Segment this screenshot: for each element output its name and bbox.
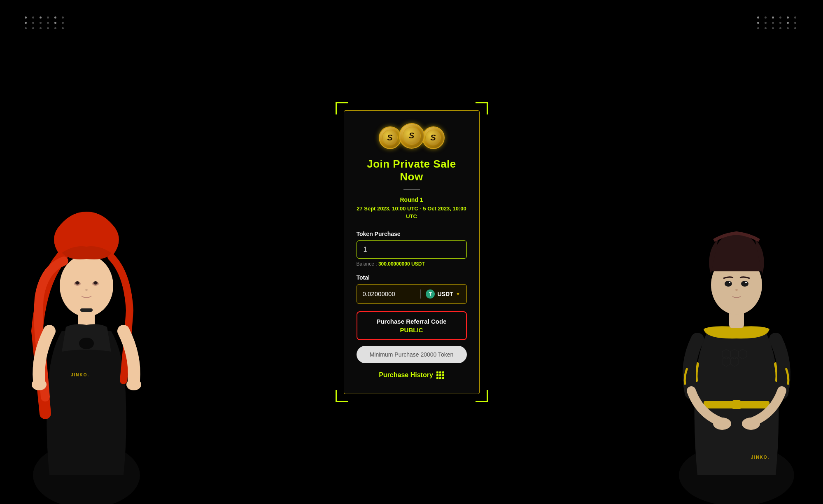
svg-point-22: [741, 281, 748, 287]
svg-point-21: [725, 281, 732, 287]
coins-display: S S S: [379, 123, 445, 152]
total-vertical-divider: [420, 289, 421, 299]
svg-rect-27: [732, 400, 741, 409]
bracket-top-right: [476, 102, 488, 114]
coin-right-letter: S: [430, 133, 436, 142]
dots-right: [757, 16, 798, 29]
svg-point-6: [93, 281, 98, 285]
referral-code-button[interactable]: Purchase Referral Code PUBLIC: [357, 311, 467, 340]
total-value: 0.02000000: [363, 290, 416, 297]
grid-icon: [436, 371, 444, 379]
bracket-bottom-left: [336, 390, 348, 402]
character-right: JINKO.: [650, 133, 823, 504]
main-card: S S S Join Private Sale Now: [336, 102, 488, 402]
currency-selector[interactable]: T USDT ▼: [426, 289, 460, 299]
balance-display: Balance : 300.00000000 USDT: [357, 261, 467, 267]
currency-dropdown-arrow: ▼: [456, 291, 461, 297]
svg-point-23: [729, 282, 730, 283]
svg-point-9: [79, 338, 94, 349]
svg-point-29: [713, 418, 731, 430]
purchase-history-label: Purchase History: [379, 371, 433, 379]
token-purchase-input[interactable]: [357, 240, 467, 259]
coin-center-letter: S: [409, 131, 414, 140]
card-content: S S S Join Private Sale Now: [344, 110, 480, 394]
svg-point-24: [745, 282, 747, 283]
coin-center: S: [399, 123, 424, 149]
round-dates: 27 Sept 2023, 10:00 UTC - 5 Oct 2023, 10…: [357, 205, 467, 221]
svg-point-11: [32, 379, 47, 390]
min-purchase-button: Minimum Purchase 20000 Token: [357, 346, 467, 363]
bracket-bottom-right: [476, 390, 488, 402]
svg-point-5: [75, 281, 79, 285]
referral-title: Purchase Referral Code: [361, 318, 462, 325]
total-box: 0.02000000 T USDT ▼: [357, 284, 467, 304]
usdt-icon: T: [426, 289, 435, 299]
balance-prefix: Balance :: [357, 261, 378, 267]
svg-text:JINKO.: JINKO.: [71, 373, 89, 377]
total-label: Total: [357, 274, 467, 281]
page-title: Join Private Sale Now: [357, 158, 467, 183]
coin-right: S: [422, 126, 445, 149]
svg-point-7: [85, 289, 88, 291]
character-left: JINKO.: [0, 133, 173, 504]
svg-point-25: [735, 289, 738, 291]
svg-point-12: [126, 379, 141, 390]
coin-left-letter: S: [387, 133, 392, 142]
dots-left: [25, 16, 66, 29]
referral-code: PUBLIC: [361, 327, 462, 334]
bracket-top-left: [336, 102, 348, 114]
title-divider: [403, 189, 420, 190]
coin-left: S: [379, 126, 401, 149]
svg-point-30: [742, 418, 760, 430]
balance-value: 300.00000000 USDT: [378, 261, 425, 267]
svg-text:JINKO.: JINKO.: [751, 455, 769, 460]
round-label: Round 1: [400, 196, 423, 203]
svg-rect-8: [80, 308, 93, 312]
usdt-label: USDT: [437, 291, 453, 297]
purchase-history-link[interactable]: Purchase History: [379, 371, 444, 379]
token-purchase-label: Token Purchase: [357, 231, 467, 237]
svg-point-2: [60, 255, 113, 317]
